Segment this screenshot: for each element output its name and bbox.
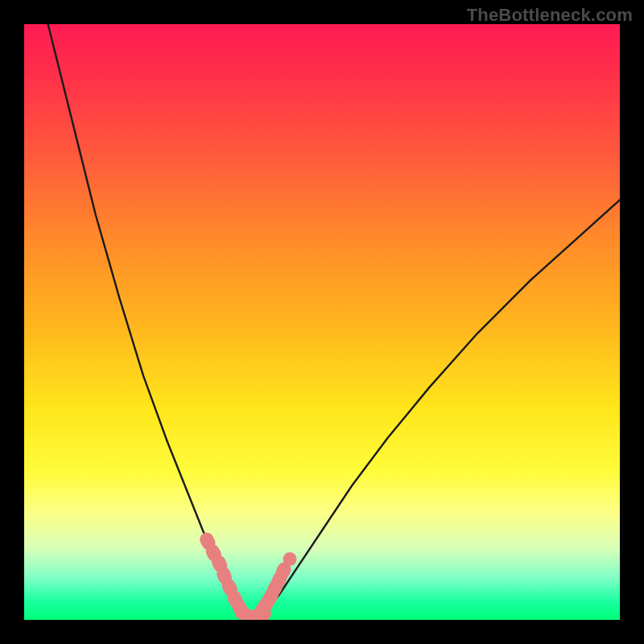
- plot-area: [24, 24, 620, 620]
- curve-marker-dot: [283, 552, 297, 566]
- chart-stage: TheBottleneck.com: [0, 0, 644, 644]
- left-curve: [48, 24, 244, 613]
- attribution-text: TheBottleneck.com: [467, 5, 633, 26]
- right-curve: [268, 200, 620, 609]
- curve-layer: [24, 24, 620, 620]
- marker-group: [197, 530, 296, 620]
